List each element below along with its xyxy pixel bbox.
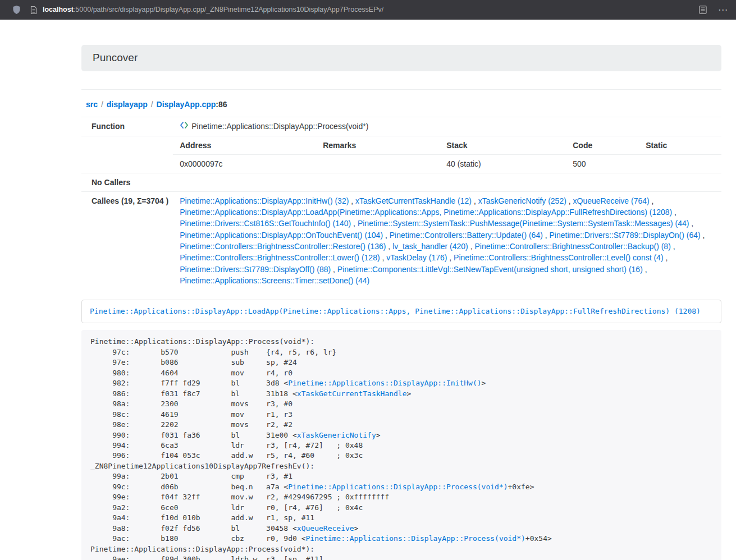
function-row-label: Function	[81, 117, 173, 136]
url-path: :5000/path/src/displayapp/DisplayApp.cpp…	[74, 6, 383, 13]
callee-link[interactable]: Pinetime::System::SystemTask::PushMessag…	[358, 219, 689, 228]
stats-cell	[639, 154, 721, 173]
callee-separator: ,	[447, 253, 454, 262]
callees-row: Callees (19, Σ=3704 ) Pinetime::Applicat…	[81, 191, 721, 290]
breadcrumb-link[interactable]: src	[86, 100, 98, 109]
stats-cell	[316, 154, 440, 173]
callee-link[interactable]: Pinetime::Controllers::BrightnessControl…	[454, 253, 663, 262]
callee-link[interactable]: Pinetime::Components::LittleVgl::SetNewT…	[337, 265, 643, 274]
stats-column-header: Code	[566, 136, 639, 155]
shield-icon[interactable]	[12, 5, 21, 15]
breadcrumb-separator: /	[98, 100, 107, 109]
stats-cell: 0x0000097c	[173, 154, 316, 173]
callee-link[interactable]: lv_task_handler (420)	[392, 242, 468, 251]
stats-cell: 500	[566, 154, 639, 173]
page-icon	[30, 6, 37, 14]
symbol-link[interactable]: Pinetime::Applications::DisplayApp::Proc…	[306, 534, 525, 543]
symbol-link[interactable]: Pinetime::Applications::DisplayApp::Init…	[288, 379, 481, 387]
callee-separator: ,	[643, 265, 647, 274]
function-row: Function Pinetime::Applications::Display…	[81, 117, 721, 136]
highlighted-symbol-link[interactable]: Pinetime::Applications::DisplayApp::Load…	[90, 307, 701, 315]
symbol-link[interactable]: Pinetime::Applications::DisplayApp::Proc…	[288, 483, 508, 491]
callee-link[interactable]: xTaskGetCurrentTaskHandle (12)	[355, 196, 472, 205]
stats-column-header: Address	[173, 136, 316, 155]
disassembly: Pinetime::Applications::DisplayApp::Proc…	[81, 330, 721, 560]
callee-link[interactable]: Pinetime::Controllers::BrightnessControl…	[474, 242, 670, 251]
callee-separator: ,	[689, 219, 693, 228]
callee-separator: ,	[701, 231, 705, 240]
no-callers-label: No Callers	[81, 173, 173, 191]
callee-link[interactable]: xTaskGenericNotify (252)	[478, 196, 566, 205]
no-callers-row: No Callers	[81, 173, 721, 191]
stats-value-row: 0x0000097c40 (static)500	[173, 154, 721, 173]
symbol-link[interactable]: xTaskGetCurrentTaskHandle	[297, 389, 407, 398]
breadcrumb-link[interactable]: DisplayApp.cpp	[157, 100, 216, 109]
stats-table: AddressRemarksStackCodeStatic 0x0000097c…	[173, 136, 721, 173]
callee-separator: ,	[468, 242, 475, 251]
breadcrumb: src / displayapp / DisplayApp.cpp:86	[86, 99, 721, 110]
callee-separator: ,	[664, 253, 668, 262]
callee-link[interactable]: xQueueReceive (764)	[573, 196, 650, 205]
stats-cell: 40 (static)	[440, 154, 566, 173]
callee-link[interactable]: Pinetime::Drivers::St7789::DisplayOn() (…	[550, 231, 701, 240]
function-name: Pinetime::Applications::DisplayApp::Proc…	[191, 121, 368, 132]
browser-toolbar: localhost:5000/path/src/displayapp/Displ…	[0, 0, 736, 20]
callee-link[interactable]: Pinetime::Applications::DisplayApp::Load…	[180, 208, 672, 217]
callee-link[interactable]: Pinetime::Drivers::Cst816S::GetTouchInfo…	[180, 219, 351, 228]
function-table: Function Pinetime::Applications::Display…	[81, 117, 721, 290]
reader-view-icon[interactable]	[699, 6, 707, 14]
url-host: localhost	[43, 6, 74, 13]
page-title: Puncover	[93, 52, 710, 65]
callee-separator: ,	[383, 231, 390, 240]
breadcrumb-separator: /	[148, 100, 157, 109]
url-bar[interactable]: localhost:5000/path/src/displayapp/Displ…	[30, 5, 688, 15]
callee-separator: ,	[472, 196, 478, 205]
stats-column-header: Remarks	[316, 136, 440, 155]
brand-banner: Puncover	[81, 45, 721, 71]
callee-separator: ,	[351, 219, 358, 228]
callee-separator: ,	[349, 196, 355, 205]
callee-separator: ,	[672, 208, 676, 217]
callee-separator: ,	[331, 265, 337, 274]
breadcrumb-link[interactable]: displayapp	[107, 100, 148, 109]
url-text: localhost:5000/path/src/displayapp/Displ…	[43, 5, 383, 15]
callees-label: Callees (19, Σ=3704 )	[81, 191, 173, 290]
callee-separator: ,	[650, 196, 654, 205]
more-menu-icon[interactable]: ⋯	[718, 5, 728, 15]
symbol-link[interactable]: xTaskGenericNotify	[297, 431, 376, 439]
stats-header-row: AddressRemarksStackCodeStatic	[173, 136, 721, 155]
callees-cell: Pinetime::Applications::DisplayApp::Init…	[173, 191, 721, 290]
callee-link[interactable]: Pinetime::Drivers::St7789::DisplayOff() …	[180, 265, 331, 274]
callee-separator: ,	[386, 242, 392, 251]
divider	[81, 89, 721, 90]
callee-link[interactable]: vTaskDelay (176)	[386, 253, 447, 262]
stats-column-header: Static	[639, 136, 721, 155]
callee-separator: ,	[380, 253, 387, 262]
callee-link[interactable]: Pinetime::Applications::DisplayApp::OnTo…	[180, 231, 383, 240]
breadcrumb-line-number: :86	[216, 100, 227, 109]
callee-link[interactable]: Pinetime::Applications::Screens::Timer::…	[180, 276, 369, 285]
symbol-link[interactable]: xQueueReceive	[297, 524, 354, 533]
callee-separator: ,	[671, 242, 675, 251]
page-container: Puncover src / displayapp / DisplayApp.c…	[81, 45, 721, 560]
stats-column-header: Stack	[440, 136, 566, 155]
stats-row: AddressRemarksStackCodeStatic 0x0000097c…	[81, 136, 721, 173]
callee-link[interactable]: Pinetime::Controllers::BrightnessControl…	[180, 253, 380, 262]
callee-separator: ,	[543, 231, 550, 240]
callee-link[interactable]: Pinetime::Applications::DisplayApp::Init…	[180, 196, 349, 205]
callee-separator: ,	[566, 196, 573, 205]
callee-link[interactable]: Pinetime::Controllers::Battery::Update()…	[390, 231, 543, 240]
callee-link[interactable]: Pinetime::Controllers::BrightnessControl…	[180, 242, 386, 251]
function-symbol-icon	[180, 121, 189, 132]
highlighted-symbol-panel: Pinetime::Applications::DisplayApp::Load…	[81, 300, 721, 323]
